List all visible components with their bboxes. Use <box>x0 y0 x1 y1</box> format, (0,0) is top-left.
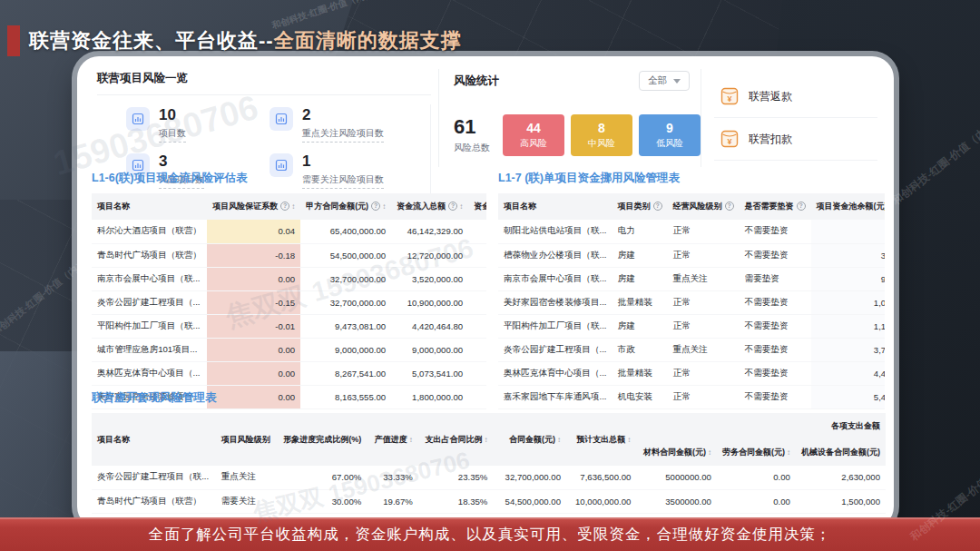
fund-pool-balance-cell[interactable]: 1,132,362 <box>811 314 885 338</box>
badge-label: 低风险 <box>656 137 683 150</box>
risk-coefficient-cell: -0.18 <box>207 243 300 267</box>
fund-pool-balance-cell[interactable]: 951,900 <box>811 267 885 290</box>
operating-risk-cell: 正常 <box>668 290 740 314</box>
col-header-material-contract[interactable]: 材料合同金额(元)↕ <box>636 439 717 466</box>
project-name-link[interactable]: 南京市会展中心项目（联... <box>498 267 612 290</box>
badge-value: 8 <box>598 121 605 135</box>
sort-icon[interactable]: ↕ <box>382 202 386 211</box>
fund-pool-balance-cell[interactable]: 374,333 <box>811 243 885 267</box>
help-icon[interactable]: ? <box>371 202 380 211</box>
risk-filter-select[interactable]: 全部 <box>639 71 690 91</box>
sort-icon[interactable]: ↕ <box>708 448 711 457</box>
contract-amount-cell[interactable]: 65,400,000.00 <box>300 220 391 243</box>
help-icon[interactable]: ? <box>448 202 457 211</box>
help-icon[interactable]: ? <box>280 202 289 211</box>
contract-amount-cell[interactable]: 9,473,081.00 <box>300 314 391 338</box>
stat-label: 项目数 <box>159 127 186 143</box>
sort-icon[interactable]: ↕ <box>557 436 561 444</box>
risk-coefficient-cell: 0.00 <box>207 267 300 290</box>
col-header-category[interactable]: 项目类别? <box>612 193 668 220</box>
stat-item: 2 重点关注风险项目数 <box>264 104 431 151</box>
project-name-link[interactable]: 炎帝公园扩建工程项目（联... <box>92 466 216 489</box>
fund-pool-balance-cell[interactable]: 3,733,500 <box>811 338 885 361</box>
project-name-link[interactable]: 平阳构件加工厂项目（联... <box>92 314 207 338</box>
project-name-link[interactable]: 朝阳北站供电站项目（联... <box>498 220 612 243</box>
contract-amount-cell[interactable]: 54,500,000.00 <box>300 243 391 267</box>
stat-value: 2 <box>302 107 384 123</box>
risk-coefficient-cell: 0.00 <box>207 338 300 361</box>
table-row: 青岛时代广场项目（联营） -0.18 54,500,000.00 12,720,… <box>92 243 486 267</box>
fund-misuse-table: 项目名称 项目类别? 经营风险级别? 是否需要垫资? 项目资金池余额(元)(元)… <box>498 193 885 409</box>
project-name-link[interactable]: 南京市会展中心项目（联... <box>92 267 207 290</box>
project-name-link[interactable]: 炎帝公园扩建工程项目（... <box>92 290 207 314</box>
risk-level-badge: 44 高风险 <box>503 114 564 156</box>
action-item[interactable]: ¥ 联营返款 <box>714 75 877 118</box>
sort-icon[interactable]: ↕ <box>627 436 631 444</box>
col-header-operating-risk[interactable]: 经营风险级别? <box>668 193 740 220</box>
project-name-link[interactable]: 平阳构件加工厂项目（联... <box>498 314 612 338</box>
stat-value: 3 <box>159 153 204 170</box>
project-name-link[interactable]: 奥林匹克体育中心项目（... <box>498 361 612 385</box>
col-header-inflow-total[interactable]: 资金流入总额?↕ <box>391 193 468 220</box>
sort-icon[interactable]: ↕ <box>787 448 790 457</box>
fund-pool-balance-cell[interactable]: 4,421,335 <box>811 361 885 385</box>
risk-level-badge: 9 低风险 <box>639 114 701 156</box>
project-name-link[interactable]: 美好家园宿舍楼装修项目... <box>498 290 612 314</box>
project-name-link[interactable]: 炎帝公园扩建工程项目（... <box>498 338 612 361</box>
category-cell: 房建 <box>612 243 668 267</box>
contract-amount-cell[interactable]: 32,700,000.00 <box>300 290 391 314</box>
sort-icon[interactable]: ↕ <box>484 436 487 444</box>
operating-risk-cell: 正常 <box>668 220 740 243</box>
contract-amount-cell[interactable]: 32,700,000.00 <box>493 466 566 489</box>
risk-level-badge: 8 中风险 <box>571 114 632 156</box>
help-icon[interactable]: ? <box>653 202 662 211</box>
machine-contract-cell[interactable]: 2,630,000 <box>796 466 886 489</box>
project-name-link[interactable]: 奥林匹克体育中心项目（... <box>92 361 207 385</box>
col-header-project-name: 项目名称 <box>92 193 207 220</box>
labor-contract-cell[interactable]: 0.00 <box>717 466 796 489</box>
advance-needed-cell: 不需要垫资 <box>740 361 811 385</box>
bar-chart-icon <box>132 159 144 172</box>
col-header-spend-ratio[interactable]: 支出占合同比例↕ <box>418 413 494 466</box>
help-icon[interactable]: ? <box>797 202 806 211</box>
dashboard-panel: 联营项目风险一览 <box>77 56 894 528</box>
col-header-advance-needed[interactable]: 是否需要垫资? <box>740 193 811 220</box>
action-item[interactable]: ¥ 联营扣款 <box>714 118 877 161</box>
project-name-link[interactable]: 槽葆物业办公楼项目（联... <box>498 243 612 267</box>
stat-value: 1 <box>302 153 384 170</box>
help-icon[interactable]: ? <box>725 202 734 211</box>
stat-label: 重点关注风险项目数 <box>302 127 384 143</box>
project-name-link[interactable]: 城市管理应急房101项目... <box>92 338 207 361</box>
contract-amount-cell[interactable]: 8,267,541.00 <box>300 361 391 385</box>
labor-contract-cell[interactable]: 0.00 <box>717 489 796 513</box>
contract-amount-cell[interactable]: 54,500,000.00 <box>493 489 566 513</box>
machine-contract-cell[interactable]: 1,500,000 <box>796 489 886 513</box>
stat-item: 10 项目数 <box>97 104 264 151</box>
material-contract-cell[interactable]: 5000000.00 <box>636 466 717 489</box>
fund-pool-balance-cell[interactable]: 1,096,000 <box>811 290 885 314</box>
fund-pool-balance-cell[interactable]: 0 <box>811 220 885 243</box>
contract-amount-cell[interactable]: 32,700,000.00 <box>300 267 391 290</box>
col-header-risk-level: 项目风险级别 <box>216 413 277 466</box>
col-header-project-name: 项目名称 <box>498 193 612 220</box>
contract-amount-cell[interactable]: 9,000,000.00 <box>300 338 391 361</box>
project-name-link[interactable]: 科尔沁大酒店项目（联营） <box>92 220 207 243</box>
col-header-estimated-spend[interactable]: 预计支出总额↕ <box>566 413 636 466</box>
material-contract-cell[interactable]: 3500000.00 <box>636 489 717 513</box>
col-header-risk-coefficient[interactable]: 项目风险保证系数?↕ <box>207 193 300 220</box>
sort-icon[interactable]: ↕ <box>409 436 413 444</box>
col-header-fund-pool-balance[interactable]: 项目资金池余额(元)(元)? <box>811 193 885 220</box>
table-row: 南京市会展中心项目（联... 0.00 32,700,000.00 3,520,… <box>92 267 486 290</box>
col-header-output-progress[interactable]: 产值进度↕ <box>367 413 418 466</box>
project-name-link[interactable]: 青岛时代广场项目（联营） <box>92 489 216 513</box>
risk-coefficient-cell: -0.15 <box>207 290 300 314</box>
col-header-contract-amount[interactable]: 合同金额(元)↕ <box>493 413 566 466</box>
col-header-labor-contract[interactable]: 劳务合同金额(元)↕ <box>717 439 796 466</box>
inflow-cell: 4,420,464.80 <box>391 314 468 338</box>
badge-value: 44 <box>526 121 541 135</box>
col-header-contract-amount[interactable]: 甲方合同金额(元)?↕ <box>300 193 391 220</box>
table-row: 美好家园宿舍楼装修项目... 批量精装 正常 不需要垫资 1,096,000 <box>498 290 885 314</box>
sort-icon[interactable]: ↕ <box>291 202 295 211</box>
project-name-link[interactable]: 青岛时代广场项目（联营） <box>92 243 207 267</box>
sort-icon[interactable]: ↕ <box>459 202 463 211</box>
